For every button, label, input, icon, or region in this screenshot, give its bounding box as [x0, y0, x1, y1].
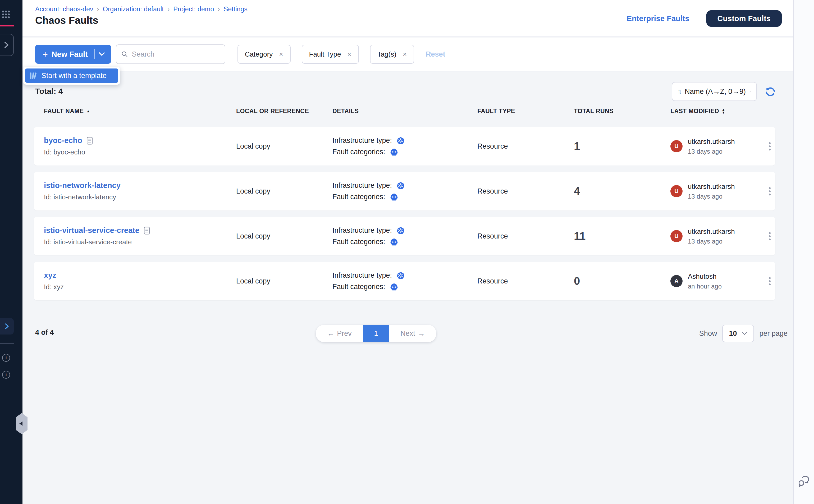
kubernetes-icon [390, 193, 398, 201]
page-header: Account: chaos-dev › Organization: defau… [22, 0, 793, 37]
page-size-select[interactable]: 10 [722, 325, 754, 342]
script-icon[interactable] [144, 227, 150, 235]
fault-categories-label: Fault categories: [332, 238, 385, 246]
search-box [116, 44, 225, 64]
chevron-right-icon [3, 41, 10, 49]
next-page-button[interactable]: Next → [389, 325, 436, 342]
close-icon[interactable]: × [347, 50, 351, 58]
row-menu-button[interactable] [766, 185, 773, 198]
chevron-down-icon [750, 89, 751, 94]
column-header-fault-name[interactable]: FAULT NAME ▲ [44, 108, 236, 115]
infrastructure-type-label: Infrastructure type: [332, 181, 392, 190]
total-count: Total: 4 [35, 87, 63, 96]
last-modified-cell: U utkarsh.utkarsh 13 days ago [670, 138, 766, 155]
fault-name-link[interactable]: istio-network-latency [44, 181, 121, 190]
right-utility-strip [793, 0, 814, 504]
fault-name-link[interactable]: byoc-echo [44, 136, 82, 145]
fault-categories-label: Fault categories: [332, 283, 385, 291]
prev-page-button[interactable]: ← Prev [316, 325, 363, 342]
local-or-reference-cell: Local copy [236, 187, 332, 195]
table-header-row: FAULT NAME ▲ LOCAL OR REFERENCE DETAILS … [34, 105, 775, 117]
kubernetes-icon [397, 137, 405, 145]
fault-row: istio-network-latency Id: istio-network-… [34, 172, 775, 210]
template-icon [29, 72, 37, 80]
info-icon[interactable]: i [2, 371, 10, 379]
custom-faults-button[interactable]: Custom Faults [706, 10, 782, 27]
header-actions: Enterprise Faults Custom Faults [627, 0, 782, 37]
breadcrumb-separator: › [218, 6, 220, 13]
fault-type-cell: Resource [477, 232, 574, 240]
avatar: A [670, 275, 683, 287]
app-grid-icon[interactable] [2, 11, 10, 18]
total-runs-cell: 4 [574, 185, 670, 198]
filter-chip-label: Fault Type [309, 50, 341, 58]
modified-time: 13 days ago [688, 193, 735, 200]
reset-filters-link[interactable]: Reset [426, 50, 445, 58]
sidebar-divider [0, 408, 22, 408]
close-icon[interactable]: × [279, 50, 283, 58]
modified-by: utkarsh.utkarsh [688, 138, 735, 146]
chevron-down-icon[interactable] [98, 52, 105, 57]
infrastructure-type-label: Infrastructure type: [332, 136, 392, 145]
fault-id: Id: byoc-echo [44, 148, 236, 156]
chaos-faults-page: i i Account: chaos-dev › Organization: d… [0, 0, 814, 504]
fault-id: Id: istio-virtual-service-create [44, 238, 236, 246]
pagination-summary: 4 of 4 [35, 328, 54, 337]
row-menu-button[interactable] [766, 140, 773, 153]
kubernetes-icon [397, 272, 405, 280]
script-icon[interactable] [86, 137, 93, 145]
fault-type-cell: Resource [477, 187, 574, 195]
info-icon[interactable]: i [2, 354, 10, 362]
breadcrumb-separator: › [167, 6, 170, 13]
row-menu-button[interactable] [766, 274, 773, 288]
sort-ascending-icon: ▲ [86, 109, 90, 113]
details-cell: Infrastructure type: Fault categories: [332, 136, 477, 156]
filter-chip-fault-type[interactable]: Fault Type × [302, 45, 359, 64]
filter-chip-tags[interactable]: Tag(s) × [370, 45, 414, 64]
column-header-last-modified[interactable]: LAST MODIFIED ▲▼ [670, 108, 766, 115]
sort-select[interactable]: ↑↓ Name (A→Z, 0→9) [672, 82, 757, 101]
breadcrumb-project[interactable]: Project: demo [173, 5, 214, 13]
sidebar-expand-button[interactable] [0, 34, 14, 56]
search-input[interactable] [132, 50, 220, 58]
chat-support-icon[interactable] [797, 475, 811, 489]
refresh-button[interactable] [764, 86, 776, 98]
fault-type-cell: Resource [477, 277, 574, 285]
page-number-button[interactable]: 1 [363, 325, 389, 342]
avatar: U [670, 185, 683, 197]
column-header-fault-type: FAULT TYPE [477, 108, 574, 115]
breadcrumb-settings[interactable]: Settings [224, 5, 248, 13]
breadcrumb-organization[interactable]: Organization: default [103, 5, 164, 13]
modified-time: 13 days ago [688, 238, 735, 245]
avatar: U [670, 230, 683, 242]
new-fault-button[interactable]: + New Fault [35, 45, 111, 64]
button-divider [94, 49, 95, 59]
last-modified-cell: U utkarsh.utkarsh 13 days ago [670, 227, 766, 245]
row-menu-button[interactable] [766, 230, 773, 243]
arrow-right-icon: → [418, 329, 425, 338]
fault-name-link[interactable]: istio-virtual-service-create [44, 226, 139, 235]
filter-chip-category[interactable]: Category × [237, 45, 291, 64]
enterprise-faults-link[interactable]: Enterprise Faults [627, 14, 689, 23]
modified-by: utkarsh.utkarsh [688, 182, 735, 191]
details-cell: Infrastructure type: Fault categories: [332, 226, 477, 246]
fault-name-link[interactable]: xyz [44, 271, 56, 280]
filter-chip-label: Tag(s) [377, 50, 396, 58]
total-runs-cell: 11 [574, 230, 670, 242]
fault-list-content: Total: 4 ↑↓ Name (A→Z, 0→9) FAULT NAME ▲… [22, 71, 793, 504]
avatar: U [670, 140, 683, 152]
breadcrumb-account[interactable]: Account: chaos-dev [35, 5, 93, 13]
local-or-reference-cell: Local copy [236, 232, 332, 240]
sidebar-expand-button-secondary[interactable] [0, 318, 14, 335]
close-icon[interactable]: × [403, 50, 407, 58]
fault-row: byoc-echo Id: byoc-echo Local copy Infra… [34, 127, 775, 166]
sidebar-collapse-handle[interactable] [16, 413, 28, 435]
fault-categories-label: Fault categories: [332, 193, 385, 201]
menu-item-start-with-template[interactable]: Start with a template [25, 68, 118, 83]
fault-type-cell: Resource [477, 142, 574, 150]
last-modified-cell: A Ashutosh an hour ago [670, 272, 766, 290]
kubernetes-icon [397, 182, 405, 190]
kubernetes-icon [397, 227, 405, 235]
total-runs-cell: 0 [574, 275, 670, 287]
column-header-local-or-reference: LOCAL OR REFERENCE [236, 108, 332, 115]
